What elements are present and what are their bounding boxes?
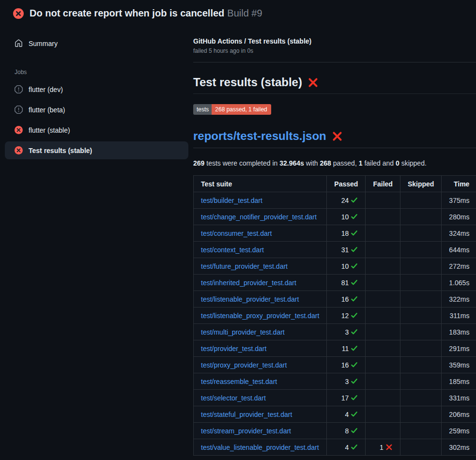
section-title: Test results (stable) — [193, 76, 476, 94]
test-suite-link[interactable]: test/reassemble_test.dart — [201, 378, 277, 385]
failed-cell — [366, 373, 400, 390]
failed-cell — [366, 340, 400, 357]
summary-fragment: tests were completed in — [204, 159, 279, 167]
passed-cell: 12 — [327, 307, 366, 324]
sidebar-item-summary[interactable]: Summary — [5, 34, 188, 52]
skipped-cell — [400, 242, 441, 258]
passed-cell: 17 — [327, 390, 366, 406]
check-icon — [351, 197, 358, 204]
suite-cell: test/builder_test.dart — [194, 192, 327, 209]
table-row: test/context_test.dart31644ms — [194, 242, 476, 258]
time-cell: 1.065s — [442, 275, 476, 291]
table-row: test/value_listenable_provider_test.dart… — [194, 439, 476, 456]
test-suite-link[interactable]: test/stateful_provider_test.dart — [201, 411, 292, 418]
test-suite-link[interactable]: test/listenable_provider_test.dart — [201, 295, 299, 303]
time-cell: 375ms — [442, 192, 476, 209]
skipped-cell — [400, 324, 441, 340]
column-header: Failed — [366, 176, 400, 192]
test-suite-link[interactable]: test/proxy_provider_test.dart — [201, 361, 287, 369]
skipped-cell — [400, 439, 441, 456]
failed-cell — [366, 225, 400, 242]
test-suite-link[interactable]: test/change_notifier_provider_test.dart — [201, 213, 317, 221]
test-suite-link[interactable]: test/context_test.dart — [201, 246, 264, 254]
table-row: test/reassemble_test.dart3185ms — [194, 373, 476, 390]
check-icon — [351, 378, 358, 385]
test-suite-link[interactable]: test/consumer_test.dart — [201, 230, 272, 237]
table-row: test/stateful_provider_test.dart4206ms — [194, 406, 476, 423]
report-file-link[interactable]: reports/test-results.json — [193, 129, 326, 143]
passed-cell: 81 — [327, 275, 366, 291]
summary-fragment: 1 — [359, 159, 363, 167]
check-icon — [351, 213, 358, 220]
suite-cell: test/future_provider_test.dart — [194, 258, 327, 275]
table-row: test/provider_test.dart11291ms — [194, 340, 476, 357]
skipped-cell — [400, 406, 441, 423]
test-suite-link[interactable]: test/multi_provider_test.dart — [201, 328, 285, 336]
skipped-cell — [400, 258, 441, 275]
time-cell: 183ms — [442, 324, 476, 340]
table-row: test/multi_provider_test.dart3183ms — [194, 324, 476, 340]
passed-cell: 3 — [327, 373, 366, 390]
skipped-cell — [400, 390, 441, 406]
test-suite-link[interactable]: test/value_listenable_provider_test.dart — [201, 444, 319, 451]
time-cell: 311ms — [442, 307, 476, 324]
sidebar-job-item[interactable]: flutter (dev) — [5, 80, 188, 98]
suite-cell: test/inherited_provider_test.dart — [194, 275, 327, 291]
skipped-cell — [400, 340, 441, 357]
suite-cell: test/stream_provider_test.dart — [194, 423, 327, 439]
passed-cell: 31 — [327, 242, 366, 258]
test-suite-link[interactable]: test/selector_test.dart — [201, 394, 266, 402]
time-cell: 272ms — [442, 258, 476, 275]
skipped-cell — [400, 192, 441, 209]
test-suite-link[interactable]: test/provider_test.dart — [201, 345, 266, 353]
time-cell: 302ms — [442, 439, 476, 456]
failed-cell — [366, 406, 400, 423]
test-suite-link[interactable]: test/stream_provider_test.dart — [201, 427, 291, 435]
results-summary-text: 269 tests were completed in 32.964s with… — [193, 159, 476, 167]
x-circle-fill-icon — [15, 146, 23, 154]
suite-cell: test/value_listenable_provider_test.dart — [194, 439, 327, 456]
table-row: test/selector_test.dart17331ms — [194, 390, 476, 406]
passed-cell: 4 — [327, 406, 366, 423]
failed-cell — [366, 307, 400, 324]
check-icon — [351, 295, 358, 303]
check-icon — [351, 230, 358, 237]
passed-cell: 10 — [327, 258, 366, 275]
test-suite-link[interactable]: test/inherited_provider_test.dart — [201, 279, 296, 287]
test-suite-link[interactable]: test/listenable_proxy_provider_test.dart — [201, 312, 319, 320]
summary-fragment: 0 — [396, 159, 399, 167]
test-suite-link[interactable]: test/future_provider_test.dart — [201, 262, 288, 270]
time-cell: 331ms — [442, 390, 476, 406]
time-cell: 644ms — [442, 242, 476, 258]
report-title: reports/test-results.json — [193, 129, 476, 148]
check-icon — [351, 246, 358, 253]
time-cell: 322ms — [442, 291, 476, 307]
sidebar-job-item[interactable]: flutter (stable) — [5, 121, 188, 139]
table-row: test/future_provider_test.dart10272ms — [194, 258, 476, 275]
time-cell: 359ms — [442, 357, 476, 373]
sidebar-job-item[interactable]: flutter (beta) — [5, 101, 188, 119]
passed-cell: 11 — [327, 340, 366, 357]
stop-icon — [15, 106, 23, 114]
skipped-cell — [400, 209, 441, 225]
test-results-table: Test suitePassedFailedSkippedTime test/b… — [193, 175, 476, 456]
test-suite-link[interactable]: test/builder_test.dart — [201, 197, 262, 204]
sidebar: Summary Jobs flutter (dev)flutter (beta)… — [0, 24, 193, 162]
time-cell: 280ms — [442, 209, 476, 225]
summary-fragment: 269 — [193, 159, 204, 167]
suite-cell: test/change_notifier_provider_test.dart — [194, 209, 327, 225]
table-row: test/consumer_test.dart18324ms — [194, 225, 476, 242]
passed-cell: 24 — [327, 192, 366, 209]
skipped-cell — [400, 275, 441, 291]
suite-cell: test/listenable_proxy_provider_test.dart — [194, 307, 327, 324]
failed-cell: 1 — [366, 439, 400, 456]
sidebar-job-item[interactable]: Test results (stable) — [5, 141, 188, 159]
check-run-page: Do not create report when job is cancell… — [0, 0, 476, 460]
jobs-section-label: Jobs — [5, 69, 188, 80]
table-row: test/stream_provider_test.dart8259ms — [194, 423, 476, 439]
run-status-text: failed 5 hours ago in 0s — [193, 47, 476, 54]
failed-cell — [366, 242, 400, 258]
section-title-text: Test results (stable) — [193, 76, 302, 89]
x-icon — [385, 444, 393, 451]
failed-cell — [366, 423, 400, 439]
